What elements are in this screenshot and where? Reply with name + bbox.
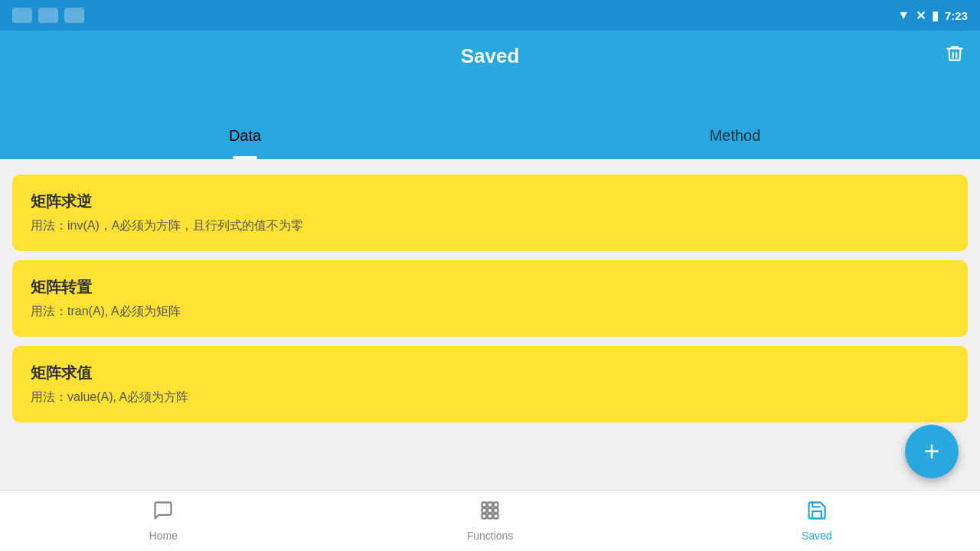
content-area: 矩阵求逆 用法：inv(A)，A必须为方阵，且行列式的值不为零 矩阵转置 用法：… [0,159,980,490]
svg-rect-5 [482,508,487,513]
page-wrapper: ▼ ✕ ▮ 7:23 Saved Data Method 矩阵求逆 用法：inv… [0,0,980,551]
wifi-icon: ▼ [897,8,910,22]
battery-icon: ▮ [932,8,939,23]
tabs-container: Data Method [0,115,980,159]
status-bar: ▼ ✕ ▮ 7:23 [0,0,980,31]
svg-rect-10 [494,514,498,519]
svg-rect-4 [494,503,498,507]
tab-data[interactable]: Data [0,115,490,157]
header: Saved [0,31,980,115]
delete-button[interactable] [945,43,965,69]
card-title-3: 矩阵求值 [31,363,949,383]
nav-item-saved[interactable]: Saved [653,491,980,551]
card-matrix-transpose[interactable]: 矩阵转置 用法：tran(A), A必须为矩阵 [12,260,968,337]
card-title-2: 矩阵转置 [31,277,949,298]
status-time: 7:23 [945,9,968,22]
card-matrix-inverse[interactable]: 矩阵求逆 用法：inv(A)，A必须为方阵，且行列式的值不为零 [12,174,968,251]
status-btn-3 [64,8,84,23]
svg-rect-2 [482,503,487,507]
nav-label-saved: Saved [802,530,832,542]
status-bar-left [12,8,84,23]
saved-icon [806,500,828,527]
nav-label-functions: Functions [467,530,514,542]
fab-icon: + [923,438,939,465]
nav-label-home: Home [149,530,178,542]
svg-rect-9 [488,514,492,519]
fab-add-button[interactable]: + [905,425,959,478]
status-btn-2 [38,8,58,23]
card-desc-3: 用法：value(A), A必须为方阵 [31,390,949,406]
svg-rect-7 [494,508,498,513]
page-title: Saved [461,44,520,68]
signal-icon: ✕ [916,8,926,23]
card-desc-2: 用法：tran(A), A必须为矩阵 [31,304,949,320]
card-title-1: 矩阵求逆 [31,191,949,212]
nav-item-home[interactable]: Home [0,491,327,551]
svg-rect-8 [482,514,487,519]
home-icon [152,500,174,527]
card-matrix-value[interactable]: 矩阵求值 用法：value(A), A必须为方阵 [12,346,968,422]
status-btn-1 [12,8,32,23]
nav-item-functions[interactable]: Functions [327,491,654,551]
status-bar-right: ▼ ✕ ▮ 7:23 [897,8,968,23]
functions-icon [479,500,501,527]
tab-method[interactable]: Method [490,115,980,157]
svg-rect-6 [488,508,492,513]
svg-rect-3 [488,503,492,507]
bottom-nav: Home Functions [0,490,980,551]
card-desc-1: 用法：inv(A)，A必须为方阵，且行列式的值不为零 [31,218,949,234]
